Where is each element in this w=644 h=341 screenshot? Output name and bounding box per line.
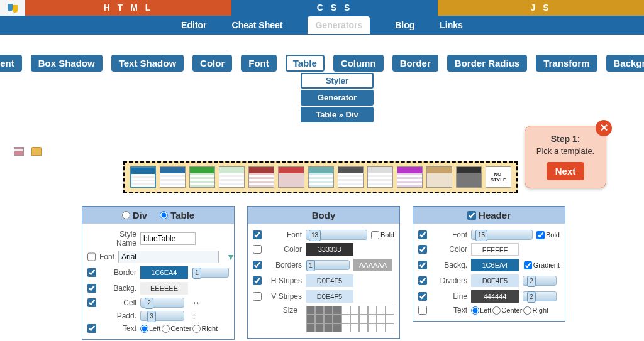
body-font-slider[interactable]: 13: [306, 230, 367, 240]
backg-label: Backg.: [100, 284, 136, 293]
hdr-bold[interactable]: Bold: [536, 231, 560, 239]
cell-slider[interactable]: 2: [140, 298, 184, 308]
nav-links[interactable]: Links: [440, 20, 463, 30]
body-color-label: Color: [265, 245, 302, 254]
hdr-color-check[interactable]: [418, 245, 427, 254]
hdr-line-slider[interactable]: 2: [523, 291, 557, 301]
template-2[interactable]: [160, 166, 186, 188]
template-picker: NO-STYLE: [123, 161, 518, 193]
hdr-color[interactable]: FFFFFF: [471, 243, 519, 256]
hdr-font-slider[interactable]: 15: [471, 230, 533, 240]
size-grid[interactable]: [306, 306, 394, 332]
body-bold[interactable]: Bold: [371, 231, 394, 239]
align-left[interactable]: Left: [140, 325, 160, 333]
hdr-line-color[interactable]: 444444: [471, 290, 519, 303]
template-10[interactable]: [397, 166, 423, 188]
gen-table[interactable]: Table: [286, 55, 325, 72]
template-3[interactable]: [189, 166, 215, 188]
template-9[interactable]: [367, 166, 393, 188]
template-nostyle[interactable]: NO-STYLE: [486, 166, 511, 188]
body-color[interactable]: 333333: [306, 243, 353, 256]
gen-transform[interactable]: Transform: [536, 55, 597, 72]
gen-textshadow[interactable]: Text Shadow: [111, 55, 184, 72]
stylename-input[interactable]: [140, 232, 196, 245]
padd-slider[interactable]: 3: [140, 311, 184, 321]
hdr-align-center[interactable]: Center: [492, 306, 522, 315]
header-enable[interactable]: Header: [467, 210, 511, 220]
gen-column[interactable]: Column: [333, 55, 384, 72]
template-11[interactable]: [426, 166, 452, 188]
template-8[interactable]: [338, 166, 364, 188]
cell-label: Cell: [100, 298, 136, 307]
close-icon[interactable]: ✕: [596, 120, 612, 136]
gen-font[interactable]: Font: [241, 55, 276, 72]
body-borders-check[interactable]: [253, 261, 262, 269]
hdr-backg-color[interactable]: 1C6EA4: [471, 259, 519, 271]
template-1[interactable]: [130, 166, 156, 188]
cellpad-check[interactable]: [87, 298, 96, 307]
template-7[interactable]: [308, 166, 334, 188]
body-borders-color[interactable]: AAAAAA: [353, 259, 392, 271]
gen-background[interactable]: Background: [606, 55, 644, 72]
hdr-align-right[interactable]: Right: [523, 306, 548, 315]
tab-js[interactable]: J S: [438, 0, 644, 16]
nav-blog[interactable]: Blog: [395, 20, 414, 30]
template-6[interactable]: [278, 166, 304, 188]
gen-gradient[interactable]: Gradient: [0, 55, 22, 72]
open-icon[interactable]: [31, 147, 42, 156]
template-12[interactable]: [456, 166, 482, 188]
border-color[interactable]: 1C6EA4: [140, 266, 188, 279]
body-color-check[interactable]: [253, 245, 262, 254]
gen-color[interactable]: Color: [192, 55, 232, 72]
hdr-div-color[interactable]: D0E4F5: [471, 274, 519, 287]
nav-editor[interactable]: Editor: [181, 20, 206, 30]
hdr-text-label: Text: [431, 306, 467, 315]
gen-borderradius[interactable]: Border Radius: [447, 55, 527, 72]
align-right[interactable]: Right: [192, 325, 218, 333]
hdr-backg-check[interactable]: [418, 261, 427, 269]
body-font-check[interactable]: [253, 230, 262, 239]
site-logo[interactable]: [0, 0, 25, 16]
panel-outer: Div Table Style Name Font ▼ Border 1C6EA…: [82, 206, 235, 340]
tab-css[interactable]: C S S: [231, 0, 438, 16]
vstripes-label: V Stripes: [265, 292, 302, 301]
vstripes-color[interactable]: D0E4F5: [306, 290, 353, 303]
hdr-font-label: Font: [431, 230, 467, 239]
gen-border[interactable]: Border: [392, 55, 438, 72]
radio-table[interactable]: Table: [160, 210, 194, 220]
gen-boxshadow[interactable]: Box Shadow: [31, 55, 103, 72]
backg-color[interactable]: EEEEEE: [140, 282, 188, 295]
radio-div[interactable]: Div: [122, 210, 147, 220]
hdr-div-check[interactable]: [418, 276, 427, 285]
nav-generators[interactable]: Generators: [308, 16, 370, 34]
next-button[interactable]: Next: [547, 162, 585, 180]
nav-cheatsheet[interactable]: Cheat Sheet: [232, 20, 283, 30]
hdr-line-label: Line: [431, 292, 467, 301]
hstripes-color[interactable]: D0E4F5: [306, 274, 353, 287]
body-borders-slider[interactable]: 1: [306, 260, 350, 270]
hdr-font-check[interactable]: [418, 230, 427, 239]
template-4[interactable]: [219, 166, 245, 188]
border-check[interactable]: [87, 268, 96, 277]
font-check[interactable]: [87, 252, 96, 261]
hdr-text-check[interactable]: [418, 306, 427, 315]
dropdown-icon[interactable]: ▼: [226, 252, 235, 262]
hdr-line-check[interactable]: [418, 292, 427, 301]
submenu-table2div[interactable]: Table » Div: [301, 107, 374, 122]
text-check[interactable]: [87, 324, 96, 333]
hdr-div-slider[interactable]: 2: [523, 276, 557, 286]
border-width-slider[interactable]: 1: [192, 268, 229, 278]
hstripes-check[interactable]: [253, 276, 262, 285]
vstripes-check[interactable]: [253, 292, 262, 301]
align-center[interactable]: Center: [162, 325, 191, 333]
tab-html[interactable]: H T M L: [25, 0, 231, 16]
save-icon[interactable]: [14, 147, 24, 156]
font-select[interactable]: [118, 251, 219, 263]
submenu-generator[interactable]: Generator: [301, 90, 374, 106]
panel-body: Body Font 13 Bold Color 333333 Borders 1…: [247, 206, 400, 339]
template-5[interactable]: [248, 166, 274, 188]
hdr-gradient[interactable]: Gradient: [524, 261, 560, 269]
submenu-styler[interactable]: Styler: [301, 73, 374, 89]
hdr-align-left[interactable]: Left: [471, 306, 491, 315]
backg-check[interactable]: [87, 284, 96, 293]
